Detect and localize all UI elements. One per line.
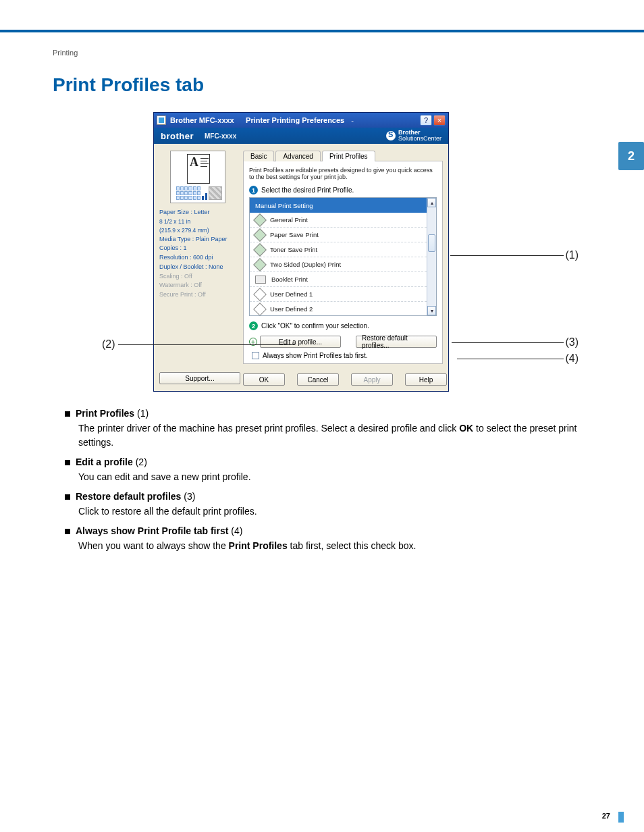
brother-logo: brother [161,131,194,141]
solutions-center-line2: SolutionsCenter [398,135,441,142]
profile-label: Booklet Print [271,276,308,283]
restore-default-profiles-button[interactable]: Restore default profiles... [356,336,437,348]
booklet-icon [255,276,266,284]
bullet-title: Print Profiles [76,408,134,419]
profile-label: User Defined 2 [270,305,313,313]
callout-1: (1) [565,249,579,261]
support-button[interactable]: Support... [159,372,240,384]
list-item: Always show Print Profile tab first (4) [65,525,591,536]
print-preferences-dialog: Brother MFC-xxxx Printer Printing Prefer… [153,112,449,392]
bullet-suffix: (4) [228,525,242,536]
dialog-titlebar: Brother MFC-xxxx Printer Printing Prefer… [154,113,448,128]
profile-item-user1[interactable]: User Defined 1 [250,287,427,302]
scroll-up-button[interactable]: ▴ [427,198,436,207]
info-duplex: Duplex / Booklet : None [159,263,236,271]
profile-item-user2[interactable]: User Defined 2 [250,302,427,315]
profile-item-toner-save[interactable]: Toner Save Print [250,242,427,257]
profile-item-booklet[interactable]: Booklet Print [250,272,427,287]
callout-2-line [118,344,295,345]
callout-3: (3) [565,336,579,348]
list-item: Restore default profiles (3) [65,491,591,502]
dialog-title-product: Brother MFC-xxxx [170,116,236,124]
step-1-badge: 1 [249,186,258,194]
top-rule [0,30,644,32]
profile-label: Manual Print Setting [255,202,313,209]
scroll-thumb[interactable] [428,234,435,252]
step-2-badge: 2 [249,321,258,330]
tab-advanced[interactable]: Advanced [275,151,320,161]
profiles-listbox[interactable]: Manual Print Setting General Print Paper… [249,197,437,316]
solutions-center-link[interactable]: Brother SolutionsCenter [386,130,441,142]
brand-bar: brother MFC-xxxx Brother SolutionsCenter [154,128,448,144]
model-label: MFC-xxxx [205,132,236,140]
info-resolution: Resolution : 600 dpi [159,254,236,262]
bullet-paragraph: You can edit and save a new print profil… [78,470,591,484]
tabs: Basic Advanced Print Profiles [243,148,443,161]
callout-4-line [457,359,564,359]
dialog-title-section: Printer Printing Preferences [246,116,344,124]
page-title: Print Profiles tab [53,74,591,96]
bullet-suffix: (2) [133,457,147,467]
list-item: Edit a profile (2) [65,457,591,467]
info-secure-print: Secure Print : Off [159,291,236,299]
profile-label: Toner Save Print [270,246,317,253]
profile-icon [253,213,267,227]
bullet-paragraph: When you want to always show the Print P… [78,539,591,553]
tab-basic[interactable]: Basic [243,151,274,161]
info-paper-dim: 8 1/2 x 11 in [159,218,236,226]
cancel-button[interactable]: Cancel [297,373,339,386]
step-1-text: Select the desired Print Profile. [261,186,354,194]
square-bullet-icon [65,494,70,500]
info-copies: Copies : 1 [159,244,236,253]
figure: (2) (1) (3) (4) Brother MFC-xxxx Printer… [106,112,538,392]
close-button[interactable]: × [433,115,446,126]
square-bullet-icon [65,411,70,417]
help-button-bottom[interactable]: Help [405,373,447,386]
step-2-text: Click "OK" to confirm your selection. [261,322,369,330]
bullet-suffix: (1) [134,408,149,419]
edit-profile-button[interactable]: Edit a profile... [260,336,341,348]
profile-icon [253,243,267,257]
list-item: Print Profiles (1) [65,408,591,419]
dialog-title-separator: - [351,116,354,124]
help-button[interactable]: ? [420,115,432,126]
profiles-description: Print Profiles are editable presets desi… [249,167,437,180]
apply-button[interactable]: Apply [351,373,393,386]
bullet-title: Edit a profile [76,457,133,467]
profile-item-general[interactable]: General Print [250,213,427,228]
bullet-paragraph: Click to restore all the default print p… [78,504,591,519]
profile-item-duplex[interactable]: Two Sided (Duplex) Print [250,257,427,272]
profile-label: Paper Save Print [270,231,319,238]
duplex-icon [253,258,267,271]
profile-item-manual[interactable]: Manual Print Setting [250,198,427,213]
bullet-title: Always show Print Profile tab first [76,525,228,536]
breadcrumb: Printing [53,49,591,57]
callout-1-line [450,255,564,256]
info-watermark: Watermark : Off [159,282,236,290]
always-show-checkbox[interactable] [252,352,259,359]
callout-4: (4) [565,353,579,365]
printer-icon [157,115,166,125]
scroll-down-button[interactable]: ▾ [427,306,436,315]
info-media-type: Media Type : Plain Paper [159,236,236,244]
info-scaling: Scaling : Off [159,273,236,281]
bullet-paragraph: The printer driver of the machine has pr… [78,421,591,450]
tab-panel: Print Profiles are editable presets desi… [243,161,443,364]
profile-icon [253,303,267,315]
profiles-scrollbar[interactable]: ▴ ▾ [427,198,436,315]
always-show-label: Always show Print Profiles tab first. [263,352,368,359]
callout-2: (2) [102,338,115,350]
profile-label: General Print [270,216,308,224]
profile-icon [253,288,267,301]
ok-button[interactable]: OK [243,373,285,386]
tab-print-profiles[interactable]: Print Profiles [322,151,375,161]
profile-icon [253,228,267,242]
page-preview: A [170,151,225,203]
left-info-panel: A Paper Size : Letter 8 1/2 x 11 in (215… [154,144,242,369]
bullet-title: Restore default profiles [76,491,181,502]
solutions-center-icon [386,131,396,140]
profile-item-paper-save[interactable]: Paper Save Print [250,228,427,242]
callout-3-line [452,342,564,343]
square-bullet-icon [65,529,70,534]
chapter-tab: 2 [618,142,644,170]
